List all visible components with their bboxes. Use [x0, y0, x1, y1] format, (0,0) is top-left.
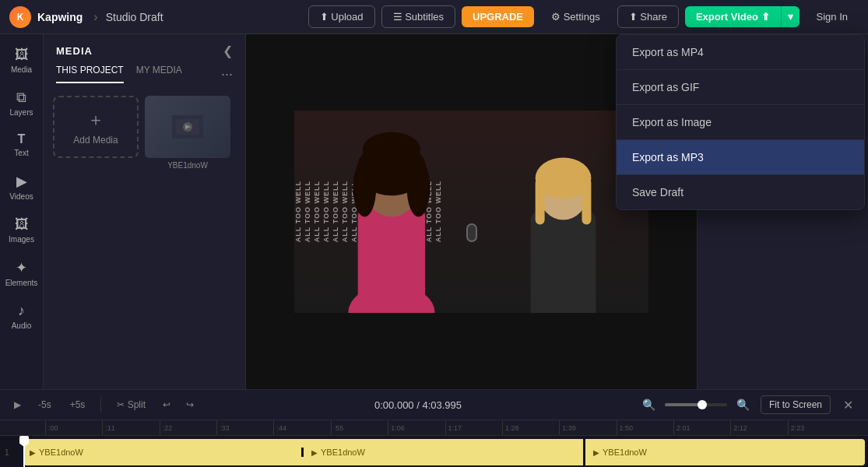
rewind-button[interactable]: -5s: [32, 396, 58, 413]
sidebar-item-label: Text: [14, 149, 28, 157]
ruler-mark-5: :55: [331, 420, 388, 435]
person1-silhouette: [308, 121, 475, 313]
split-button[interactable]: ✂ Split: [111, 396, 152, 413]
top-nav: K Kapwing › Studio Draft ⬆ Upload ☰ Subt…: [0, 0, 868, 34]
sidebar-item-audio[interactable]: ♪ Audio: [3, 297, 40, 336]
sidebar-item-label: Layers: [9, 108, 33, 117]
media-item-0[interactable]: YBE1dnoW: [145, 96, 230, 170]
ruler-mark-8: 1:28: [502, 420, 559, 435]
app-logo[interactable]: K: [9, 6, 31, 28]
timeline-ruler: :00 :11 :22 :33 :44 :55 1:06 1:17 1:28 1…: [0, 420, 868, 436]
export-dropdown-arrow[interactable]: ▾: [781, 6, 799, 27]
media-panel-tabs-row: THIS PROJECT MY MEDIA ···: [44, 65, 245, 90]
media-panel-title: MEDIA: [56, 45, 93, 57]
share-button[interactable]: ⬆ Share: [617, 5, 679, 28]
sidebar-item-elements[interactable]: ✦ Elements: [3, 253, 40, 293]
segment-label-2: YBE1dnoW: [603, 448, 647, 457]
ruler-mark-0: :00: [45, 420, 102, 435]
playhead[interactable]: [23, 436, 25, 467]
microphone: [466, 223, 477, 242]
zoom-in-button[interactable]: 🔍: [732, 395, 754, 414]
ruler-mark-6: 1:06: [388, 420, 445, 435]
media-grid: ＋ Add Media YBE1dnoW: [44, 90, 245, 176]
sidebar-item-images[interactable]: 🖼 Images: [3, 210, 40, 250]
draft-title: Studio Draft: [106, 11, 163, 23]
dropdown-item-export-gif[interactable]: Export as GIF: [617, 70, 864, 105]
brand-name: Kapwing: [37, 11, 83, 23]
media-panel-close[interactable]: ❮: [223, 44, 233, 58]
svg-rect-11: [531, 210, 596, 313]
media-icon: 🖼: [15, 47, 29, 63]
plus-icon: ＋: [87, 108, 104, 132]
forward-button[interactable]: +5s: [64, 396, 92, 413]
images-icon: 🖼: [15, 216, 29, 233]
segment-label-1: YBE1dnoW: [321, 448, 365, 457]
track[interactable]: ▶ YBE1dnoW ▶ YBE1dnoW ▶ YBE1dnoW: [23, 439, 865, 465]
zoom-in-icon: 🔍: [736, 399, 750, 411]
elements-icon: ✦: [16, 259, 27, 276]
segment-film-icon-3: ▶: [593, 448, 599, 457]
ruler-mark-3: :33: [216, 420, 273, 435]
track-segment-1[interactable]: ▶ YBE1dnoW: [305, 439, 585, 465]
signin-button[interactable]: Sign In: [806, 6, 859, 27]
play-button[interactable]: ▶: [9, 396, 26, 413]
export-video-button[interactable]: Export Video ⬆: [685, 6, 781, 27]
add-media-item[interactable]: ＋ Add Media: [53, 96, 139, 170]
video-canvas[interactable]: ALL TOO WELL ALL TOO WELL ALL TOO WELL A…: [294, 111, 648, 313]
ruler-mark-9: 1:39: [559, 420, 616, 435]
fit-to-screen-button[interactable]: Fit to Screen: [761, 395, 831, 414]
sidebar-item-text[interactable]: T Text: [3, 126, 40, 163]
segment-label-0: YBE1dnoW: [39, 448, 83, 457]
svg-point-10: [363, 132, 420, 167]
ruler-mark-2: :22: [160, 420, 216, 435]
videos-icon: ▶: [16, 173, 27, 190]
segment-film-icon: ▶: [30, 448, 36, 457]
zoom-control: 🔍 🔍: [638, 395, 754, 414]
video-preview-icon: [172, 115, 203, 139]
track-segment-2[interactable]: ▶ YBE1dnoW: [587, 439, 865, 465]
upgrade-button[interactable]: UPGRADE: [462, 6, 534, 27]
svg-point-8: [353, 159, 377, 216]
dropdown-item-export-mp3[interactable]: Export as MP3: [617, 140, 864, 175]
dropdown-item-export-image[interactable]: Export as Image: [617, 105, 864, 140]
audio-icon: ♪: [18, 303, 25, 319]
zoom-out-icon: 🔍: [642, 399, 655, 411]
zoom-out-button[interactable]: 🔍: [638, 395, 660, 414]
track-segment-0[interactable]: ▶ YBE1dnoW: [23, 448, 304, 457]
sidebar-item-label: Videos: [9, 192, 33, 201]
sidebar-item-label: Elements: [5, 279, 38, 287]
add-media-button[interactable]: ＋ Add Media: [53, 96, 139, 158]
subtitles-button[interactable]: ☰ Subtitles: [381, 5, 455, 28]
undo-button[interactable]: ↩: [158, 396, 175, 413]
ruler-mark-10: 1:50: [617, 420, 673, 435]
sidebar-item-videos[interactable]: ▶ Videos: [3, 167, 40, 207]
dropdown-item-save-draft[interactable]: Save Draft: [617, 175, 864, 209]
panel-more-icon[interactable]: ···: [221, 66, 233, 83]
sidebar-item-label: Images: [9, 235, 34, 244]
layers-icon: ⧉: [16, 90, 26, 106]
upload-button[interactable]: ⬆ Upload: [308, 5, 375, 28]
dropdown-item-export-mp4[interactable]: Export as MP4: [617, 35, 864, 70]
tab-this-project[interactable]: THIS PROJECT: [56, 65, 124, 83]
settings-button[interactable]: ⚙ Settings: [540, 6, 611, 27]
media-thumbnail: [145, 96, 230, 158]
ruler-mark-13: 2:23: [788, 420, 845, 435]
sidebar-item-layers[interactable]: ⧉ Layers: [3, 83, 40, 123]
export-dropdown-menu: Export as MP4 Export as GIF Export as Im…: [616, 34, 865, 210]
tab-my-media[interactable]: MY MEDIA: [136, 65, 182, 83]
redo-button[interactable]: ↪: [181, 396, 199, 413]
track-row-number: 1: [5, 448, 9, 457]
close-button[interactable]: ✕: [837, 394, 859, 416]
nav-separator: ›: [93, 10, 97, 24]
zoom-slider[interactable]: [665, 403, 727, 406]
timeline: :00 :11 :22 :33 :44 :55 1:06 1:17 1:28 1…: [0, 420, 868, 467]
svg-rect-5: [358, 207, 425, 313]
ruler-mark-7: 1:17: [445, 420, 502, 435]
media-panel: MEDIA ❮ THIS PROJECT MY MEDIA ··· ＋ Add …: [44, 34, 246, 389]
sidebar-item-media[interactable]: 🖼 Media: [3, 40, 40, 80]
media-panel-header: MEDIA ❮: [44, 34, 245, 65]
toolbar-divider-1: [100, 397, 101, 413]
ruler-mark-12: 2:12: [730, 420, 787, 435]
media-item-name: YBE1dnoW: [167, 161, 208, 170]
video-scene: ALL TOO WELL ALL TOO WELL ALL TOO WELL A…: [294, 111, 648, 313]
